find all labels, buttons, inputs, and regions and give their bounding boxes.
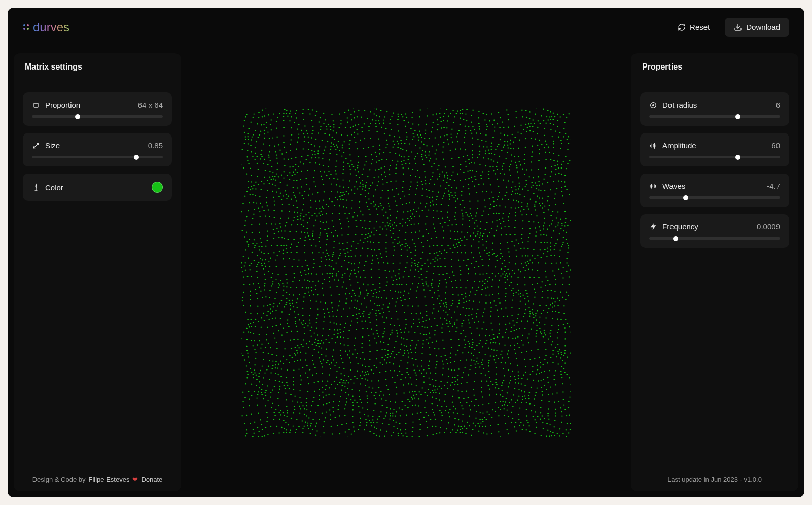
svg-point-220 (312, 126, 313, 127)
svg-point-275 (264, 133, 265, 134)
svg-point-3612 (312, 401, 313, 402)
svg-point-907 (555, 173, 556, 174)
svg-point-2307 (511, 290, 512, 291)
svg-point-2377 (547, 297, 548, 298)
svg-point-2990 (404, 350, 405, 351)
svg-point-3728 (243, 407, 244, 408)
proportion-slider-thumb[interactable] (75, 114, 80, 119)
svg-point-1562 (301, 231, 302, 232)
svg-point-3674 (302, 405, 303, 406)
svg-point-1156 (517, 193, 518, 194)
svg-point-3450 (461, 383, 462, 384)
svg-point-1017 (454, 192, 455, 193)
svg-point-1529 (462, 224, 463, 225)
svg-point-3223 (280, 368, 281, 369)
proportion-slider[interactable] (32, 115, 163, 118)
color-swatch[interactable] (152, 182, 163, 193)
svg-point-2111 (491, 273, 492, 274)
svg-point-4000 (331, 433, 332, 434)
svg-point-3703 (446, 406, 447, 407)
svg-point-112 (411, 116, 412, 117)
svg-point-1409 (499, 219, 500, 220)
svg-point-974 (564, 181, 565, 182)
svg-point-547 (343, 152, 344, 153)
svg-point-4007 (371, 425, 372, 426)
svg-point-4097 (500, 436, 501, 437)
svg-point-333 (559, 132, 560, 133)
dot-radius-slider-thumb[interactable] (735, 114, 740, 119)
svg-point-1056 (336, 191, 337, 192)
svg-point-3112 (376, 358, 377, 359)
size-slider-thumb[interactable] (134, 155, 139, 160)
svg-point-3496 (371, 392, 372, 393)
svg-point-2172 (479, 281, 480, 282)
svg-point-1811 (262, 259, 263, 260)
svg-point-2472 (371, 309, 372, 310)
download-button[interactable]: Download (725, 18, 789, 37)
svg-point-98 (346, 117, 347, 118)
svg-point-2421 (440, 300, 441, 301)
svg-point-3691 (390, 408, 391, 409)
svg-point-4016 (411, 431, 412, 432)
svg-point-1367 (287, 217, 288, 218)
svg-point-2780 (313, 332, 314, 333)
svg-point-3920 (252, 429, 253, 430)
svg-point-1579 (386, 228, 387, 229)
waves-slider-thumb[interactable] (683, 195, 688, 200)
svg-point-1138 (426, 196, 427, 197)
svg-point-1485 (564, 225, 565, 226)
svg-point-3437 (400, 379, 401, 380)
svg-point-1020 (474, 185, 475, 186)
amplitude-slider-thumb[interactable] (735, 155, 740, 160)
svg-point-260 (520, 124, 521, 125)
frequency-slider-thumb[interactable] (673, 236, 678, 241)
svg-point-3387 (468, 374, 469, 375)
svg-point-2322 (260, 290, 261, 291)
svg-point-2094 (404, 271, 405, 272)
svg-point-3025 (255, 352, 256, 353)
dot-canvas[interactable] (241, 108, 571, 437)
svg-point-2824 (536, 330, 537, 331)
svg-point-576 (495, 148, 496, 149)
dot-radius-slider[interactable] (649, 115, 780, 118)
svg-point-1809 (257, 255, 258, 256)
svg-point-2830 (570, 331, 571, 332)
svg-point-2754 (511, 327, 512, 328)
svg-point-858 (296, 180, 297, 181)
svg-point-1722 (461, 240, 462, 241)
svg-point-729 (295, 169, 296, 170)
svg-point-2263 (286, 292, 287, 293)
svg-point-340 (268, 138, 269, 139)
svg-point-630 (443, 158, 444, 159)
svg-point-4054 (278, 432, 279, 433)
reset-button[interactable]: Reset (668, 18, 719, 37)
footer-author-link[interactable]: Filipe Esteves (88, 476, 129, 483)
svg-point-798 (320, 171, 321, 172)
svg-point-1231 (241, 211, 242, 212)
footer-donate-link[interactable]: Donate (141, 476, 162, 483)
svg-point-3378 (428, 377, 429, 378)
size-slider[interactable] (32, 156, 163, 158)
svg-point-32 (331, 113, 332, 114)
svg-point-2970 (300, 344, 301, 345)
svg-point-1166 (569, 194, 570, 195)
svg-point-290 (341, 134, 342, 135)
svg-point-866 (342, 173, 343, 174)
svg-point-1802 (547, 247, 548, 248)
svg-point-3743 (326, 411, 327, 412)
svg-point-766 (485, 165, 486, 166)
svg-point-1223 (527, 203, 528, 204)
svg-point-2666 (383, 322, 384, 323)
waves-slider[interactable] (649, 196, 780, 199)
svg-point-3375 (407, 373, 408, 374)
amplitude-slider[interactable] (649, 156, 780, 158)
app-name: durves (33, 20, 69, 35)
svg-point-3313 (421, 372, 422, 373)
svg-point-2253 (568, 284, 569, 285)
frequency-slider[interactable] (649, 237, 780, 240)
svg-point-3166 (320, 361, 321, 362)
svg-point-2931 (428, 342, 429, 343)
svg-point-236 (389, 122, 390, 123)
svg-point-1244 (314, 213, 315, 214)
svg-point-3464 (536, 387, 537, 388)
